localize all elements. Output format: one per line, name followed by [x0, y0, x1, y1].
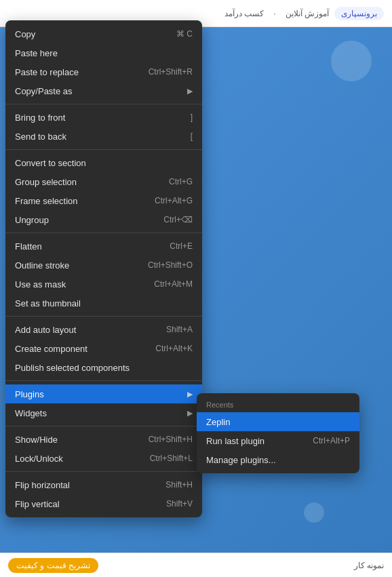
- plugins-arrow-icon: ▶: [187, 390, 193, 399]
- menu-item-publish-selected[interactable]: Publish selected components: [5, 358, 202, 377]
- menu-item-flip-vertical-label: Flip vertical: [15, 499, 60, 509]
- menu-item-widgets[interactable]: Widgets ▶: [5, 403, 202, 422]
- context-menu: Copy ⌘ C Paste here Paste to replace Ctr…: [5, 20, 202, 517]
- menu-item-flatten[interactable]: Flatten Ctrl+E: [5, 237, 202, 256]
- menu-item-flip-horizontal-label: Flip horizontal: [15, 480, 70, 490]
- submenu-item-zeplin[interactable]: Zeplin: [197, 412, 359, 431]
- bottom-quality-button[interactable]: تشریح قیمت و کیفیت: [8, 558, 98, 573]
- bottom-bar: تشریح قیمت و کیفیت نمونه کار: [0, 553, 392, 577]
- menu-item-convert-to-section-label: Convert to section: [15, 158, 86, 168]
- submenu-item-manage-plugins[interactable]: Manage plugins...: [197, 450, 359, 469]
- menu-item-group-selection-shortcut: Ctrl+G: [169, 177, 193, 186]
- menu-item-copy-paste-as-label: Copy/Paste as: [15, 86, 73, 96]
- menu-item-ungroup-label: Ungroup: [15, 215, 49, 225]
- separator-7: [5, 471, 202, 472]
- menu-item-ungroup-shortcut: Ctrl+⌫: [163, 215, 193, 224]
- menu-item-copy-shortcut: ⌘ C: [176, 29, 193, 39]
- menu-item-frame-selection-label: Frame selection: [15, 196, 77, 206]
- bottom-portfolio-text: نمونه کار: [354, 561, 384, 570]
- nav-item-income[interactable]: کسب درآمد: [224, 9, 264, 18]
- menu-item-add-auto-layout[interactable]: Add auto layout Shift+A: [5, 320, 202, 339]
- submenu-item-manage-plugins-label: Manage plugins...: [206, 455, 276, 465]
- nav-pill-outsource[interactable]: برونسپاری: [334, 7, 384, 20]
- submenu-item-zeplin-label: Zeplin: [206, 417, 230, 427]
- menu-item-copy-label: Copy: [15, 29, 35, 39]
- menu-item-add-auto-layout-label: Add auto layout: [15, 325, 76, 335]
- menu-item-group-selection[interactable]: Group selection Ctrl+G: [5, 172, 202, 191]
- submenu-item-run-last-plugin-shortcut: Ctrl+Alt+P: [313, 436, 350, 445]
- nav-separator1: ·: [273, 9, 275, 18]
- menu-item-create-component-label: Create component: [15, 344, 87, 354]
- separator-6: [5, 426, 202, 426]
- menu-item-bring-to-front-label: Bring to front: [15, 113, 65, 123]
- menu-item-paste-to-replace[interactable]: Paste to replace Ctrl+Shift+R: [5, 62, 202, 81]
- menu-item-copy[interactable]: Copy ⌘ C: [5, 24, 202, 43]
- menu-item-lock-unlock-label: Lock/Unlock: [15, 454, 63, 464]
- separator-5: [5, 380, 202, 381]
- menu-item-ungroup[interactable]: Ungroup Ctrl+⌫: [5, 210, 202, 229]
- menu-item-bring-to-front-shortcut: ]: [191, 113, 193, 122]
- bottom-quality-button-label: تشریح قیمت و کیفیت: [16, 561, 90, 570]
- arrow-icon: ▶: [187, 87, 193, 96]
- menu-item-show-hide-label: Show/Hide: [15, 435, 58, 445]
- menu-item-plugins[interactable]: Plugins ▶: [5, 384, 202, 403]
- menu-item-use-as-mask-shortcut: Ctrl+Alt+M: [154, 279, 193, 289]
- menu-item-copy-paste-as[interactable]: Copy/Paste as ▶: [5, 81, 202, 100]
- menu-item-flatten-shortcut: Ctrl+E: [170, 241, 193, 251]
- menu-item-publish-selected-label: Publish selected components: [15, 363, 130, 373]
- decoration-circle-1: [331, 41, 372, 81]
- menu-item-paste-to-replace-shortcut: Ctrl+Shift+R: [149, 67, 193, 77]
- menu-item-use-as-mask-label: Use as mask: [15, 279, 66, 290]
- nav-item-online-edu[interactable]: آموزش آنلاین: [286, 9, 329, 18]
- menu-item-set-as-thumbnail-label: Set as thumbnail: [15, 298, 81, 309]
- separator-4: [5, 316, 202, 317]
- menu-item-send-to-back-label: Send to back: [15, 132, 66, 142]
- menu-item-set-as-thumbnail[interactable]: Set as thumbnail: [5, 294, 202, 313]
- menu-item-send-to-back[interactable]: Send to back [: [5, 127, 202, 146]
- decoration-circle-2: [304, 502, 324, 523]
- menu-item-outline-stroke[interactable]: Outline stroke Ctrl+Shift+O: [5, 256, 202, 275]
- menu-item-paste-to-replace-label: Paste to replace: [15, 67, 79, 77]
- menu-item-show-hide-shortcut: Ctrl+Shift+H: [149, 435, 193, 444]
- menu-item-paste-here[interactable]: Paste here: [5, 43, 202, 62]
- menu-item-lock-unlock[interactable]: Lock/Unlock Ctrl+Shift+L: [5, 449, 202, 468]
- menu-item-paste-here-label: Paste here: [15, 48, 58, 58]
- menu-item-flatten-label: Flatten: [15, 241, 42, 252]
- submenu-section-recents: Recents: [197, 397, 359, 412]
- menu-item-send-to-back-shortcut: [: [191, 132, 193, 141]
- menu-item-plugins-label: Plugins: [15, 389, 44, 399]
- menu-item-add-auto-layout-shortcut: Shift+A: [166, 325, 193, 334]
- menu-item-create-component-shortcut: Ctrl+Alt+K: [155, 344, 193, 353]
- submenu-item-run-last-plugin-label: Run last plugin: [206, 436, 264, 446]
- plugins-submenu: Recents Zeplin Run last plugin Ctrl+Alt+…: [197, 393, 359, 473]
- separator-3: [5, 233, 202, 233]
- menu-item-lock-unlock-shortcut: Ctrl+Shift+L: [150, 454, 193, 463]
- separator-2: [5, 149, 202, 150]
- menu-item-outline-stroke-label: Outline stroke: [15, 260, 69, 271]
- menu-item-flip-vertical[interactable]: Flip vertical Shift+V: [5, 494, 202, 513]
- menu-item-flip-vertical-shortcut: Shift+V: [166, 499, 193, 509]
- submenu-item-run-last-plugin[interactable]: Run last plugin Ctrl+Alt+P: [197, 431, 359, 450]
- menu-item-bring-to-front[interactable]: Bring to front ]: [5, 108, 202, 127]
- menu-item-flip-horizontal-shortcut: Shift+H: [165, 480, 193, 490]
- menu-item-convert-to-section[interactable]: Convert to section: [5, 153, 202, 172]
- menu-item-widgets-label: Widgets: [15, 408, 47, 418]
- widgets-arrow-icon: ▶: [187, 409, 193, 418]
- menu-item-frame-selection[interactable]: Frame selection Ctrl+Alt+G: [5, 191, 202, 210]
- menu-item-frame-selection-shortcut: Ctrl+Alt+G: [155, 196, 193, 205]
- menu-item-outline-stroke-shortcut: Ctrl+Shift+O: [148, 260, 193, 270]
- separator-1: [5, 104, 202, 104]
- menu-item-flip-horizontal[interactable]: Flip horizontal Shift+H: [5, 475, 202, 494]
- menu-item-use-as-mask[interactable]: Use as mask Ctrl+Alt+M: [5, 275, 202, 294]
- menu-item-show-hide[interactable]: Show/Hide Ctrl+Shift+H: [5, 430, 202, 449]
- menu-item-group-selection-label: Group selection: [15, 177, 77, 187]
- menu-item-create-component[interactable]: Create component Ctrl+Alt+K: [5, 339, 202, 358]
